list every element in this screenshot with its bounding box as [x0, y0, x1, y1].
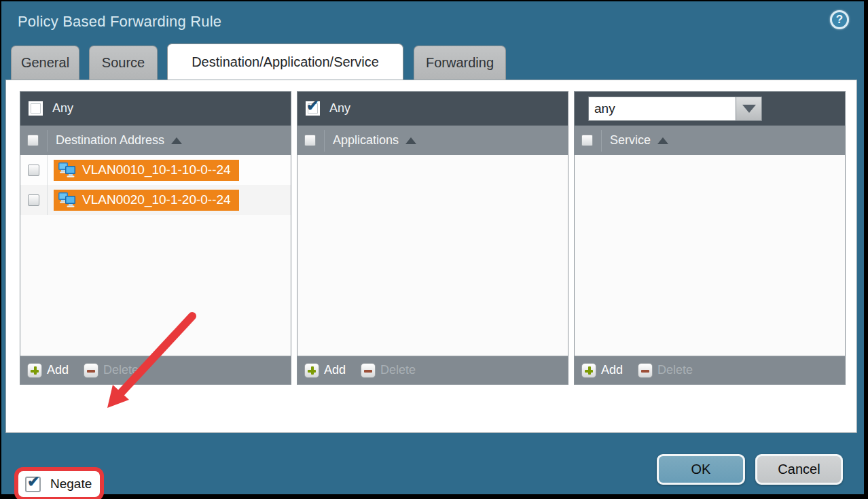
destination-address-column: Any Destination Address: [20, 91, 291, 385]
tab-general[interactable]: General: [11, 46, 79, 80]
destination-footer: Add Delete: [20, 356, 291, 384]
applications-footer: Add Delete: [297, 356, 568, 384]
destination-select-all-checkbox[interactable]: [27, 135, 39, 146]
minus-icon: [84, 363, 98, 378]
address-object-label: VLAN0020_10-1-20-0--24: [82, 192, 231, 207]
service-column: any Service Add D: [574, 91, 846, 385]
dialog-title: Policy Based Forwarding Rule: [18, 13, 221, 31]
address-object-tag[interactable]: VLAN0010_10-1-10-0--24: [54, 160, 239, 181]
cancel-button[interactable]: Cancel: [755, 454, 843, 485]
service-dropdown-value[interactable]: any: [588, 97, 736, 121]
address-object-tag[interactable]: VLAN0020_10-1-20-0--24: [54, 190, 239, 211]
service-select-all-checkbox[interactable]: [581, 135, 593, 146]
row-checkbox-cell: [20, 185, 48, 215]
add-button-label: Add: [601, 363, 623, 377]
table-row[interactable]: VLAN0020_10-1-20-0--24: [20, 185, 291, 215]
plus-icon: [304, 363, 319, 378]
delete-button-label: Delete: [380, 363, 416, 377]
minus-icon: [638, 363, 653, 378]
header-separator: [601, 130, 602, 152]
delete-button[interactable]: Delete: [84, 363, 139, 378]
service-dropdown-button[interactable]: [736, 97, 762, 121]
row-checkbox-cell: [20, 155, 48, 185]
add-button[interactable]: Add: [304, 363, 346, 378]
plus-icon: [27, 363, 42, 378]
add-button-label: Add: [324, 363, 346, 377]
tab-destination-application-service[interactable]: Destination/Application/Service: [167, 44, 403, 80]
service-any-bar: any: [575, 92, 845, 125]
destination-address-column-header[interactable]: Destination Address: [20, 125, 291, 155]
service-dropdown[interactable]: any: [588, 97, 762, 121]
tab-bar: General Source Destination/Application/S…: [1, 44, 864, 80]
destination-any-bar: Any: [20, 92, 291, 125]
service-footer: Add Delete: [575, 356, 845, 384]
applications-header-label: Applications: [333, 133, 399, 148]
help-icon[interactable]: ?: [830, 10, 849, 29]
negate-label: Negate: [50, 477, 92, 492]
add-button-label: Add: [47, 363, 69, 377]
ok-button[interactable]: OK: [657, 454, 745, 485]
tab-source[interactable]: Source: [89, 46, 158, 80]
sort-ascending-icon: [171, 137, 182, 144]
row-checkbox[interactable]: [28, 194, 39, 206]
network-computers-icon: [58, 192, 77, 208]
tab-content-panel: Any Destination Address: [5, 80, 857, 433]
applications-any-bar: Any: [297, 92, 568, 125]
policy-based-forwarding-rule-dialog: Policy Based Forwarding Rule ? General S…: [1, 1, 864, 494]
destination-address-list: VLAN0010_10-1-10-0--24: [20, 155, 291, 356]
service-column-header[interactable]: Service: [575, 125, 845, 155]
row-checkbox[interactable]: [28, 165, 39, 176]
delete-button[interactable]: Delete: [361, 363, 416, 378]
applications-any-checkbox[interactable]: [306, 101, 320, 116]
destination-any-checkbox[interactable]: [29, 101, 43, 116]
add-button[interactable]: Add: [27, 363, 69, 378]
applications-column-header[interactable]: Applications: [297, 125, 568, 155]
destination-address-header-label: Destination Address: [56, 133, 164, 148]
applications-list: [297, 155, 568, 356]
service-header-label: Service: [610, 133, 651, 148]
add-button[interactable]: Add: [581, 363, 623, 378]
applications-any-label: Any: [329, 101, 350, 116]
address-object-label: VLAN0010_10-1-10-0--24: [82, 162, 231, 177]
sort-ascending-icon: [657, 137, 668, 144]
negate-checkbox[interactable]: [25, 477, 41, 492]
service-list: [575, 155, 845, 356]
destination-any-label: Any: [52, 101, 73, 116]
table-row[interactable]: VLAN0010_10-1-10-0--24: [20, 155, 291, 185]
applications-select-all-checkbox[interactable]: [304, 135, 316, 146]
network-computers-icon: [58, 162, 77, 178]
header-separator: [47, 130, 48, 152]
chevron-down-icon: [742, 105, 756, 113]
delete-button-label: Delete: [657, 363, 693, 377]
tab-forwarding[interactable]: Forwarding: [414, 46, 506, 80]
applications-column: Any Applications Add Delete: [297, 91, 568, 385]
delete-button-label: Delete: [103, 363, 139, 377]
delete-button[interactable]: Delete: [638, 363, 693, 378]
plus-icon: [581, 363, 596, 378]
minus-icon: [361, 363, 376, 378]
sort-ascending-icon: [405, 137, 416, 144]
header-separator: [324, 130, 325, 152]
negate-highlight-box: Negate: [14, 467, 104, 499]
